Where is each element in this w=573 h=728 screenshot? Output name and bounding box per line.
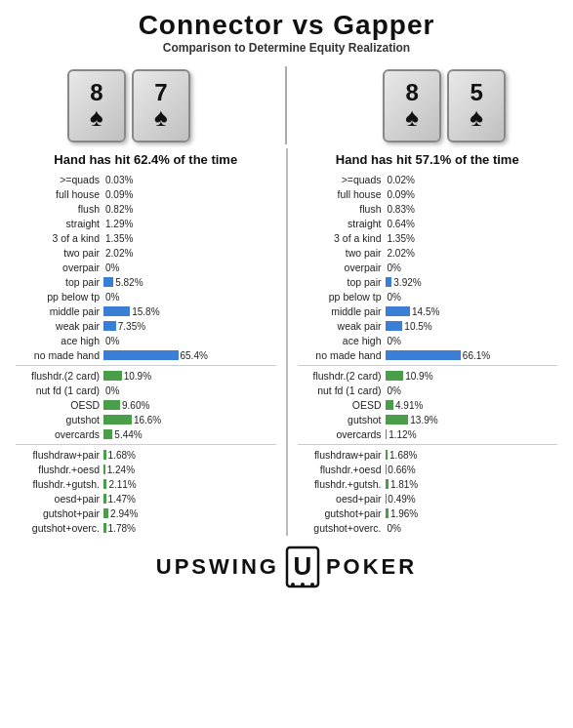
stat-label: flushdr.+oesd bbox=[298, 464, 386, 475]
stat-bar bbox=[386, 321, 403, 331]
stat-value: 0% bbox=[388, 336, 401, 346]
table-row: top pair5.82% bbox=[16, 275, 276, 289]
stat-label: no made hand bbox=[16, 349, 103, 361]
stat-bar bbox=[103, 400, 120, 410]
stat-label: flushdr.+gutsh. bbox=[298, 478, 386, 490]
table-row: flushdr.+gutsh.1.81% bbox=[298, 477, 558, 491]
table-row: weak pair10.5% bbox=[298, 319, 558, 333]
stat-label: overcards bbox=[298, 428, 386, 440]
stat-label: two pair bbox=[16, 247, 103, 259]
stat-value: 1.68% bbox=[389, 450, 417, 461]
table-row: nut fd (1 card)0% bbox=[16, 384, 276, 397]
stat-bar bbox=[386, 415, 409, 425]
stat-label: oesd+pair bbox=[16, 493, 103, 505]
table-row: no made hand65.4% bbox=[16, 348, 276, 362]
stat-value: 1.35% bbox=[105, 233, 133, 244]
table-row: flushdr.(2 card)10.9% bbox=[298, 369, 558, 383]
stat-label: flushdr.(2 card) bbox=[16, 370, 103, 382]
stat-value: 5.82% bbox=[115, 277, 143, 288]
left-divider-2 bbox=[16, 444, 276, 445]
right-draws: flushdr.(2 card)10.9%nut fd (1 card)0%OE… bbox=[298, 369, 558, 441]
stat-label: no made hand bbox=[298, 349, 386, 361]
stat-label: flush bbox=[298, 203, 386, 215]
stat-value: 0.83% bbox=[388, 204, 415, 215]
table-row: overcards5.44% bbox=[16, 427, 276, 441]
stat-bar bbox=[103, 508, 108, 518]
table-row: two pair2.02% bbox=[298, 246, 558, 260]
stat-value: 1.81% bbox=[390, 479, 418, 490]
table-row: overpair0% bbox=[16, 261, 276, 274]
page-title: Connector vs Gapper bbox=[0, 0, 573, 41]
table-row: two pair2.02% bbox=[16, 246, 276, 260]
table-row: gutshot+pair1.96% bbox=[298, 506, 558, 520]
stat-value: 7.35% bbox=[118, 321, 145, 332]
stat-label: >=quads bbox=[16, 174, 103, 185]
table-row: straight0.64% bbox=[298, 217, 558, 230]
stat-label: two pair bbox=[298, 247, 386, 259]
left-col: Hand has hit 62.4% of the time >=quads0.… bbox=[10, 148, 282, 536]
table-row: nut fd (1 card)0% bbox=[298, 384, 558, 397]
stat-bar bbox=[103, 306, 130, 316]
right-divider-1 bbox=[298, 365, 558, 366]
right-col: Hand has hit 57.1% of the time >=quads0.… bbox=[292, 148, 564, 536]
stat-value: 5.44% bbox=[114, 429, 142, 440]
stat-label: flushdr.(2 card) bbox=[298, 370, 386, 382]
stat-bar bbox=[386, 450, 389, 460]
stat-label: flushdr.+oesd bbox=[16, 464, 103, 475]
stat-value: 0% bbox=[105, 263, 119, 273]
stat-value: 0% bbox=[388, 263, 401, 273]
stat-label: flushdr.+gutsh. bbox=[16, 478, 103, 490]
table-row: middle pair15.8% bbox=[16, 304, 276, 318]
table-row: flush0.82% bbox=[16, 202, 276, 216]
table-row: OESD9.60% bbox=[16, 398, 276, 412]
stat-label: flush bbox=[16, 203, 103, 215]
table-row: >=quads0.03% bbox=[16, 173, 276, 186]
table-row: full house0.09% bbox=[298, 187, 558, 201]
stat-bar bbox=[386, 277, 392, 287]
stat-label: pp below tp bbox=[16, 291, 103, 303]
stat-label: 3 of a kind bbox=[298, 232, 386, 244]
stat-label: OESD bbox=[16, 399, 103, 411]
stat-bar bbox=[103, 371, 122, 381]
stat-label: flushdraw+pair bbox=[298, 449, 386, 461]
page-subtitle: Comparison to Determine Equity Realizati… bbox=[0, 41, 573, 55]
stat-bar bbox=[386, 400, 394, 410]
stat-value: 0.82% bbox=[105, 204, 133, 215]
stat-label: full house bbox=[298, 188, 386, 200]
stat-bar bbox=[386, 429, 388, 439]
table-row: flushdraw+pair1.68% bbox=[16, 448, 276, 462]
stat-bar bbox=[386, 371, 404, 381]
stat-value: 2.02% bbox=[105, 248, 133, 259]
stat-label: gutshot+overc. bbox=[16, 522, 103, 534]
svg-point-3 bbox=[301, 583, 305, 586]
right-divider-2 bbox=[298, 444, 558, 445]
stat-value: 2.94% bbox=[110, 508, 138, 519]
left-stats: >=quads0.03%full house0.09%flush0.82%str… bbox=[16, 173, 276, 362]
stat-value: 66.1% bbox=[463, 350, 490, 361]
stat-value: 1.96% bbox=[390, 508, 418, 519]
stat-value: 65.4% bbox=[181, 350, 208, 361]
stat-label: overpair bbox=[16, 262, 103, 273]
stat-label: gutshot bbox=[298, 414, 386, 425]
stat-value: 1.24% bbox=[107, 465, 135, 475]
table-row: flushdraw+pair1.68% bbox=[298, 448, 558, 462]
stat-value: 0.64% bbox=[388, 219, 415, 229]
stat-label: gutshot bbox=[16, 414, 103, 425]
stat-bar bbox=[386, 479, 389, 489]
table-row: gutshot13.9% bbox=[298, 413, 558, 426]
svg-point-2 bbox=[291, 583, 295, 586]
table-row: 3 of a kind1.35% bbox=[16, 231, 276, 245]
stat-bar bbox=[386, 508, 389, 518]
left-card-2: 7 ♠ bbox=[132, 69, 190, 142]
left-combos: flushdraw+pair1.68%flushdr.+oesd1.24%flu… bbox=[16, 448, 276, 535]
table-row: OESD4.91% bbox=[298, 398, 558, 412]
stat-bar bbox=[386, 306, 411, 316]
table-row: flush0.83% bbox=[298, 202, 558, 216]
stat-value: 2.11% bbox=[108, 479, 136, 490]
stat-value: 0% bbox=[105, 385, 119, 396]
stat-label: flushdraw+pair bbox=[16, 449, 103, 461]
logo-icon: U bbox=[285, 546, 320, 588]
table-row: middle pair14.5% bbox=[298, 304, 558, 318]
stat-label: nut fd (1 card) bbox=[298, 384, 386, 396]
stat-value: 1.68% bbox=[108, 450, 136, 461]
